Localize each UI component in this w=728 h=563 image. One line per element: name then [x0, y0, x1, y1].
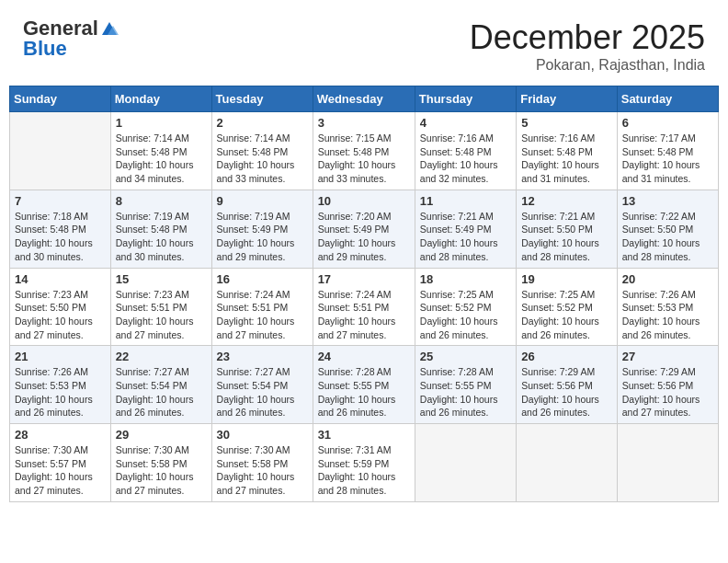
- day-info: Sunrise: 7:17 AM Sunset: 5:48 PM Dayligh…: [622, 132, 713, 186]
- day-info: Sunrise: 7:27 AM Sunset: 5:54 PM Dayligh…: [217, 365, 308, 419]
- day-number: 16: [217, 272, 308, 286]
- day-info: Sunrise: 7:26 AM Sunset: 5:53 PM Dayligh…: [622, 288, 713, 342]
- calendar-cell: 28Sunrise: 7:30 AM Sunset: 5:57 PM Dayli…: [10, 424, 111, 502]
- calendar-table: SundayMondayTuesdayWednesdayThursdayFrid…: [9, 86, 719, 502]
- day-number: 29: [116, 428, 207, 442]
- calendar-week-2: 7Sunrise: 7:18 AM Sunset: 5:48 PM Daylig…: [10, 190, 719, 268]
- calendar-week-1: 1Sunrise: 7:14 AM Sunset: 5:48 PM Daylig…: [10, 112, 719, 190]
- day-number: 21: [15, 350, 106, 363]
- day-info: Sunrise: 7:22 AM Sunset: 5:50 PM Dayligh…: [622, 210, 713, 264]
- calendar-cell: 8Sunrise: 7:19 AM Sunset: 5:48 PM Daylig…: [110, 190, 211, 268]
- calendar-cell: 12Sunrise: 7:21 AM Sunset: 5:50 PM Dayli…: [517, 190, 618, 268]
- day-info: Sunrise: 7:15 AM Sunset: 5:48 PM Dayligh…: [318, 132, 410, 186]
- day-info: Sunrise: 7:14 AM Sunset: 5:48 PM Dayligh…: [116, 132, 207, 186]
- day-info: Sunrise: 7:21 AM Sunset: 5:50 PM Dayligh…: [521, 210, 612, 264]
- calendar-cell: 27Sunrise: 7:29 AM Sunset: 5:56 PM Dayli…: [617, 346, 718, 424]
- calendar-cell: [617, 424, 718, 502]
- calendar-cell: 1Sunrise: 7:14 AM Sunset: 5:48 PM Daylig…: [110, 112, 211, 190]
- calendar-cell: 3Sunrise: 7:15 AM Sunset: 5:48 PM Daylig…: [313, 112, 415, 190]
- day-number: 14: [15, 272, 106, 286]
- day-number: 22: [116, 350, 207, 363]
- day-number: 5: [521, 116, 612, 130]
- day-number: 13: [622, 194, 713, 208]
- calendar-cell: 13Sunrise: 7:22 AM Sunset: 5:50 PM Dayli…: [617, 190, 718, 268]
- logo-icon: [100, 22, 119, 35]
- logo-general: General: [23, 18, 98, 39]
- calendar-cell: 23Sunrise: 7:27 AM Sunset: 5:54 PM Dayli…: [211, 346, 313, 424]
- day-number: 9: [217, 194, 308, 208]
- calendar-week-4: 21Sunrise: 7:26 AM Sunset: 5:53 PM Dayli…: [10, 346, 719, 424]
- day-number: 17: [318, 272, 410, 286]
- day-number: 24: [318, 350, 410, 363]
- day-number: 1: [116, 116, 207, 130]
- day-number: 27: [622, 350, 713, 363]
- day-number: 28: [15, 428, 106, 442]
- day-info: Sunrise: 7:28 AM Sunset: 5:55 PM Dayligh…: [318, 365, 410, 419]
- calendar-subtitle: Pokaran, Rajasthan, India: [470, 57, 705, 74]
- weekday-header-sunday: Sunday: [10, 86, 111, 112]
- weekday-header-tuesday: Tuesday: [211, 86, 313, 112]
- day-number: 6: [622, 116, 713, 130]
- logo-blue: Blue: [23, 39, 67, 59]
- calendar-cell: 30Sunrise: 7:30 AM Sunset: 5:58 PM Dayli…: [211, 424, 313, 502]
- day-info: Sunrise: 7:23 AM Sunset: 5:50 PM Dayligh…: [15, 288, 106, 342]
- calendar-cell: 19Sunrise: 7:25 AM Sunset: 5:52 PM Dayli…: [517, 268, 618, 346]
- day-info: Sunrise: 7:29 AM Sunset: 5:56 PM Dayligh…: [622, 365, 713, 419]
- day-number: 25: [420, 350, 511, 363]
- calendar-cell: 11Sunrise: 7:21 AM Sunset: 5:49 PM Dayli…: [415, 190, 516, 268]
- calendar-cell: [10, 112, 111, 190]
- day-info: Sunrise: 7:30 AM Sunset: 5:57 PM Dayligh…: [15, 443, 106, 498]
- day-info: Sunrise: 7:19 AM Sunset: 5:48 PM Dayligh…: [116, 210, 207, 264]
- day-info: Sunrise: 7:25 AM Sunset: 5:52 PM Dayligh…: [420, 288, 511, 342]
- day-number: 19: [521, 272, 612, 286]
- day-info: Sunrise: 7:18 AM Sunset: 5:48 PM Dayligh…: [15, 210, 106, 264]
- calendar-cell: 24Sunrise: 7:28 AM Sunset: 5:55 PM Dayli…: [313, 346, 415, 424]
- day-info: Sunrise: 7:29 AM Sunset: 5:56 PM Dayligh…: [521, 365, 612, 419]
- calendar-cell: 20Sunrise: 7:26 AM Sunset: 5:53 PM Dayli…: [617, 268, 718, 346]
- calendar-cell: 22Sunrise: 7:27 AM Sunset: 5:54 PM Dayli…: [110, 346, 211, 424]
- title-block: December 2025 Pokaran, Rajasthan, India: [470, 18, 705, 74]
- day-info: Sunrise: 7:28 AM Sunset: 5:55 PM Dayligh…: [420, 365, 511, 419]
- day-number: 23: [217, 350, 308, 363]
- day-number: 12: [521, 194, 612, 208]
- day-number: 8: [116, 194, 207, 208]
- day-number: 15: [116, 272, 207, 286]
- day-info: Sunrise: 7:24 AM Sunset: 5:51 PM Dayligh…: [217, 288, 308, 342]
- weekday-header-saturday: Saturday: [617, 86, 718, 112]
- calendar-cell: 25Sunrise: 7:28 AM Sunset: 5:55 PM Dayli…: [415, 346, 516, 424]
- day-info: Sunrise: 7:16 AM Sunset: 5:48 PM Dayligh…: [521, 132, 612, 186]
- page-header: General Blue December 2025 Pokaran, Raja…: [9, 9, 719, 78]
- calendar-week-5: 28Sunrise: 7:30 AM Sunset: 5:57 PM Dayli…: [10, 424, 719, 502]
- day-number: 2: [217, 116, 308, 130]
- calendar-cell: 31Sunrise: 7:31 AM Sunset: 5:59 PM Dayli…: [313, 424, 415, 502]
- calendar-week-3: 14Sunrise: 7:23 AM Sunset: 5:50 PM Dayli…: [10, 268, 719, 346]
- weekday-header-row: SundayMondayTuesdayWednesdayThursdayFrid…: [10, 86, 719, 112]
- calendar-cell: 26Sunrise: 7:29 AM Sunset: 5:56 PM Dayli…: [517, 346, 618, 424]
- calendar-cell: 21Sunrise: 7:26 AM Sunset: 5:53 PM Dayli…: [10, 346, 111, 424]
- day-number: 26: [521, 350, 612, 363]
- day-number: 10: [318, 194, 410, 208]
- calendar-cell: [517, 424, 618, 502]
- day-number: 20: [622, 272, 713, 286]
- day-number: 11: [420, 194, 511, 208]
- calendar-cell: 14Sunrise: 7:23 AM Sunset: 5:50 PM Dayli…: [10, 268, 111, 346]
- day-info: Sunrise: 7:27 AM Sunset: 5:54 PM Dayligh…: [116, 365, 207, 419]
- day-info: Sunrise: 7:30 AM Sunset: 5:58 PM Dayligh…: [217, 443, 308, 498]
- calendar-cell: 2Sunrise: 7:14 AM Sunset: 5:48 PM Daylig…: [211, 112, 313, 190]
- calendar-cell: 16Sunrise: 7:24 AM Sunset: 5:51 PM Dayli…: [211, 268, 313, 346]
- day-number: 3: [318, 116, 410, 130]
- day-number: 4: [420, 116, 511, 130]
- calendar-cell: 10Sunrise: 7:20 AM Sunset: 5:49 PM Dayli…: [313, 190, 415, 268]
- day-info: Sunrise: 7:24 AM Sunset: 5:51 PM Dayligh…: [318, 288, 410, 342]
- weekday-header-monday: Monday: [110, 86, 211, 112]
- day-info: Sunrise: 7:16 AM Sunset: 5:48 PM Dayligh…: [420, 132, 511, 186]
- day-info: Sunrise: 7:31 AM Sunset: 5:59 PM Dayligh…: [318, 443, 410, 498]
- calendar-cell: 7Sunrise: 7:18 AM Sunset: 5:48 PM Daylig…: [10, 190, 111, 268]
- logo: General Blue: [23, 18, 119, 59]
- calendar-cell: 9Sunrise: 7:19 AM Sunset: 5:49 PM Daylig…: [211, 190, 313, 268]
- weekday-header-friday: Friday: [517, 86, 618, 112]
- calendar-cell: 5Sunrise: 7:16 AM Sunset: 5:48 PM Daylig…: [517, 112, 618, 190]
- day-number: 18: [420, 272, 511, 286]
- day-info: Sunrise: 7:25 AM Sunset: 5:52 PM Dayligh…: [521, 288, 612, 342]
- calendar-cell: [415, 424, 516, 502]
